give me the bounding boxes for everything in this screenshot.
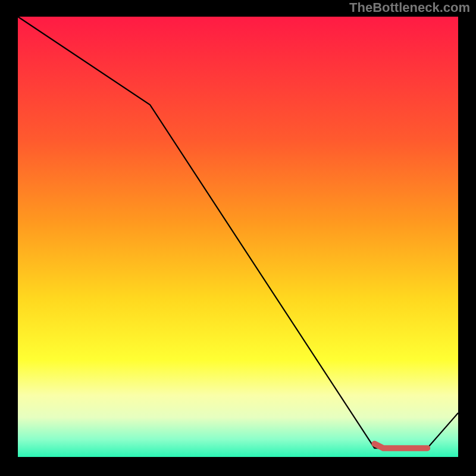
- watermark: TheBottleneck.com: [349, 0, 470, 15]
- plot-background: [18, 17, 458, 457]
- chart-svg: [0, 0, 476, 476]
- chart-stage: TheBottleneck.com: [0, 0, 476, 476]
